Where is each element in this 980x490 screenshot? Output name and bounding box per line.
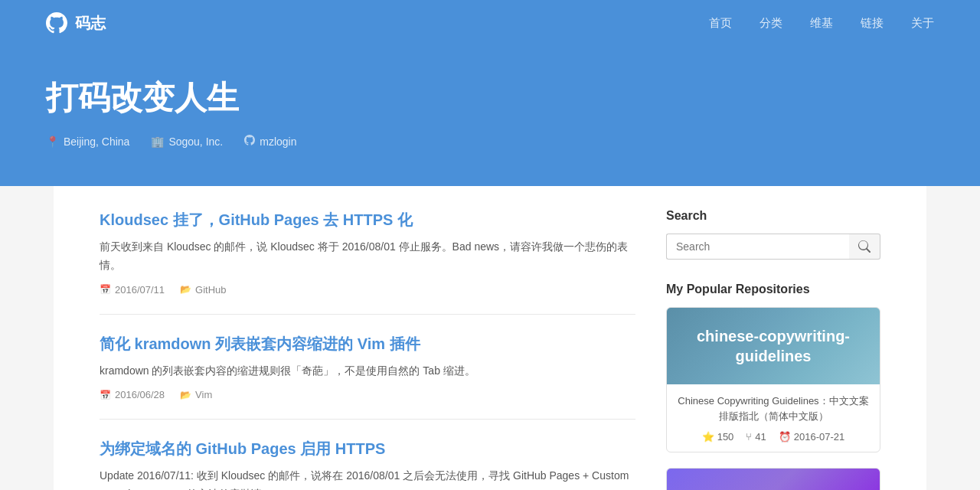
fork-icon: ⑂ (746, 431, 752, 443)
search-button[interactable] (849, 234, 880, 260)
search-input[interactable] (666, 234, 849, 260)
company-icon: 🏢 (151, 136, 164, 148)
post-excerpt: Update 2016/07/11: 收到 Kloudsec 的邮件，说将在 2… (100, 467, 635, 490)
repo-date: ⏰ 2016-07-21 (779, 431, 845, 443)
hero-company-text: Sogou, Inc. (168, 136, 223, 148)
nav-link-links[interactable]: 链接 (861, 16, 884, 29)
post-category: 📂 GitHub (180, 284, 226, 296)
hero-content: 打码改变人生 📍 Beijing, China 🏢 Sogou, Inc. mz… (46, 46, 934, 186)
site-logo[interactable]: 码志 (46, 12, 106, 34)
hero-location: 📍 Beijing, China (46, 136, 129, 148)
post-category: 📂 Vim (180, 389, 212, 400)
post-item: 简化 kramdown 列表嵌套内容缩进的 Vim 插件 kramdown 的列… (100, 315, 635, 420)
post-category-text: Vim (195, 389, 212, 400)
search-section-title: Search (666, 209, 880, 223)
folder-icon: 📂 (180, 284, 191, 295)
nav-link-wiki[interactable]: 维基 (810, 16, 833, 29)
repos-section: My Popular Repositories chinese-copywrit… (666, 283, 880, 490)
site-header: 码志 首页 分类 维基 链接 关于 打码改变人生 📍 Beijing, Chin… (0, 0, 980, 186)
nav-item-about[interactable]: 关于 (911, 16, 934, 31)
post-date: 📅 2016/06/28 (100, 389, 165, 400)
calendar-icon: 📅 (100, 284, 111, 295)
site-logo-text: 码志 (75, 13, 106, 34)
repo-card: chinese-copywriting-guidelines Chinese C… (666, 307, 880, 452)
repo-card-stats: ⭐ 150 ⑂ 41 ⏰ 2016-07-21 (678, 431, 869, 443)
post-title[interactable]: Kloudsec 挂了，GitHub Pages 去 HTTPS 化 (100, 209, 635, 230)
repo-image-text: chinese-copywriting-guidelines (675, 326, 872, 366)
calendar-icon: 📅 (100, 390, 111, 400)
post-date-text: 2016/07/11 (115, 284, 165, 296)
repo-card-body: Chinese Copywriting Guidelines：中文文案排版指北（… (667, 384, 880, 452)
github-profile-icon (244, 135, 255, 148)
repo-date-text: 2016-07-21 (794, 431, 845, 443)
hero-company: 🏢 Sogou, Inc. (151, 136, 223, 148)
nav-item-category[interactable]: 分类 (760, 16, 782, 31)
post-item: 为绑定域名的 GitHub Pages 启用 HTTPS Update 2016… (100, 420, 635, 490)
star-icon: ⭐ (702, 431, 714, 443)
repo-stars-count: 150 (717, 431, 734, 443)
post-excerpt: kramdown 的列表嵌套内容的缩进规则很「奇葩」，不是使用自然的 Tab 缩… (100, 362, 635, 381)
hero-title: 打码改变人生 (46, 77, 934, 119)
post-category-text: GitHub (195, 284, 226, 296)
repo-card-image-2 (667, 469, 880, 490)
nav-item-home[interactable]: 首页 (709, 16, 732, 31)
sidebar: Search My Popular Repositories chinese-c… (666, 209, 880, 490)
repo-stars: ⭐ 150 (702, 431, 734, 443)
hero-meta: 📍 Beijing, China 🏢 Sogou, Inc. mzlogin (46, 135, 934, 148)
main-container: Kloudsec 挂了，GitHub Pages 去 HTTPS 化 前天收到来… (54, 186, 926, 490)
nav-item-wiki[interactable]: 维基 (810, 16, 833, 31)
clock-icon: ⏰ (779, 431, 791, 443)
post-title[interactable]: 为绑定域名的 GitHub Pages 启用 HTTPS (100, 438, 635, 459)
search-icon (858, 240, 871, 253)
post-title[interactable]: 简化 kramdown 列表嵌套内容缩进的 Vim 插件 (100, 333, 635, 354)
hero-github-text: mzlogin (260, 136, 296, 148)
nav-bar: 码志 首页 分类 维基 链接 关于 (46, 0, 934, 46)
post-meta: 📅 2016/06/28 📂 Vim (100, 389, 635, 400)
repo-forks-count: 41 (755, 431, 766, 443)
post-meta: 📅 2016/07/11 📂 GitHub (100, 284, 635, 296)
nav-links: 首页 分类 维基 链接 关于 (709, 16, 934, 31)
search-box (666, 234, 880, 260)
nav-link-about[interactable]: 关于 (911, 16, 934, 29)
nav-link-category[interactable]: 分类 (760, 16, 782, 29)
search-section: Search (666, 209, 880, 260)
nav-link-home[interactable]: 首页 (709, 16, 732, 29)
folder-icon: 📂 (180, 390, 191, 400)
post-excerpt: 前天收到来自 Kloudsec 的邮件，说 Kloudsec 将于 2016/0… (100, 238, 635, 275)
repo-card-image: chinese-copywriting-guidelines (667, 308, 880, 384)
github-icon (46, 12, 67, 34)
repos-section-title: My Popular Repositories (666, 283, 880, 296)
hero-github: mzlogin (244, 135, 296, 148)
repo-forks: ⑂ 41 (746, 431, 766, 443)
post-date-text: 2016/06/28 (115, 389, 165, 400)
hero-location-text: Beijing, China (64, 136, 129, 148)
posts-column: Kloudsec 挂了，GitHub Pages 去 HTTPS 化 前天收到来… (100, 209, 635, 490)
repo-card-2 (666, 468, 880, 490)
post-item: Kloudsec 挂了，GitHub Pages 去 HTTPS 化 前天收到来… (100, 209, 635, 315)
repo-card-description: Chinese Copywriting Guidelines：中文文案排版指北（… (678, 394, 869, 423)
location-icon: 📍 (46, 136, 59, 148)
nav-item-links[interactable]: 链接 (861, 16, 884, 31)
post-date: 📅 2016/07/11 (100, 284, 165, 296)
